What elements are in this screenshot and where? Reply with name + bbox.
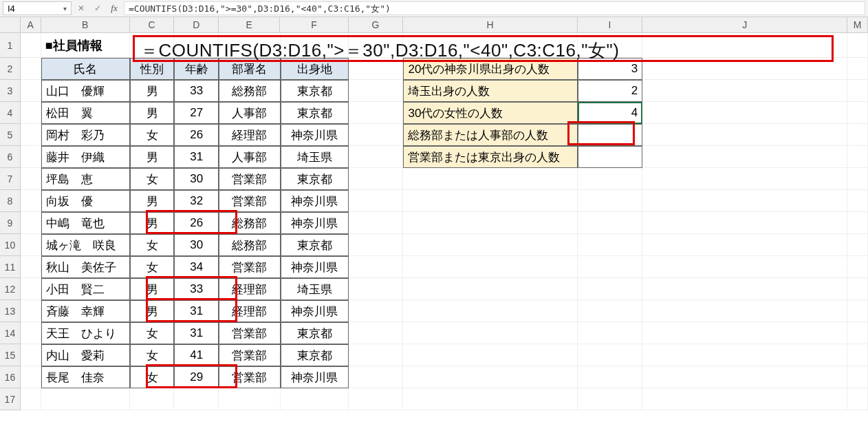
col-header-A[interactable]: A — [21, 17, 41, 32]
cell[interactable] — [642, 278, 847, 300]
employee-name[interactable]: 向坂 優 — [41, 190, 130, 212]
employee-gender[interactable]: 男 — [130, 102, 175, 124]
row-header-6[interactable]: 6 — [0, 146, 21, 168]
cell[interactable] — [403, 190, 577, 212]
cell[interactable] — [21, 124, 41, 146]
cell[interactable] — [349, 322, 404, 344]
cell[interactable] — [578, 344, 642, 366]
employee-name[interactable]: 秋山 美佐子 — [41, 256, 130, 278]
row-header-4[interactable]: 4 — [0, 102, 21, 124]
cell[interactable] — [403, 256, 577, 278]
header-name[interactable]: 氏名 — [41, 58, 130, 80]
cell[interactable] — [349, 388, 404, 410]
cell[interactable] — [21, 366, 41, 388]
cell[interactable] — [847, 278, 868, 300]
cell[interactable] — [21, 278, 41, 300]
employee-origin[interactable]: 東京都 — [281, 168, 349, 190]
employee-age[interactable]: 32 — [174, 190, 219, 212]
table-title[interactable]: ■社員情報 — [41, 33, 130, 58]
employee-age[interactable]: 34 — [174, 256, 219, 278]
cell[interactable] — [578, 190, 642, 212]
row-header-9[interactable]: 9 — [0, 212, 21, 234]
employee-dept[interactable]: 営業部 — [219, 256, 280, 278]
employee-age[interactable]: 26 — [174, 124, 219, 146]
cell[interactable] — [21, 33, 41, 58]
employee-gender[interactable]: 女 — [130, 344, 175, 366]
cell[interactable] — [847, 190, 868, 212]
fx-icon[interactable]: fx — [107, 1, 121, 15]
col-header-F[interactable]: F — [280, 17, 348, 32]
employee-name[interactable]: 中嶋 竜也 — [41, 212, 130, 234]
cell[interactable] — [642, 322, 847, 344]
summary-label[interactable]: 営業部または東京出身の人数 — [403, 146, 577, 168]
row-header-14[interactable]: 14 — [0, 322, 21, 344]
confirm-icon[interactable]: ✓ — [91, 1, 105, 15]
cell[interactable] — [21, 344, 41, 366]
cell[interactable] — [642, 300, 847, 322]
cell[interactable] — [642, 366, 847, 388]
employee-name[interactable]: 岡村 彩乃 — [41, 124, 130, 146]
col-header-M[interactable]: M — [847, 17, 868, 32]
cell[interactable] — [21, 146, 41, 168]
cell[interactable] — [578, 388, 642, 410]
cell[interactable] — [578, 168, 642, 190]
cell[interactable] — [403, 212, 577, 234]
cell[interactable] — [578, 366, 642, 388]
cell[interactable] — [847, 124, 868, 146]
summary-label[interactable]: 総務部または人事部の人数 — [403, 124, 577, 146]
cell[interactable] — [642, 190, 847, 212]
cell[interactable] — [642, 124, 847, 146]
employee-name[interactable]: 松田 翼 — [41, 102, 130, 124]
summary-value[interactable]: 2 — [578, 80, 642, 102]
cell[interactable] — [403, 300, 577, 322]
cell[interactable] — [847, 80, 868, 102]
cell[interactable] — [403, 322, 577, 344]
employee-gender[interactable]: 女 — [130, 234, 175, 256]
summary-value[interactable] — [578, 146, 642, 168]
cell[interactable] — [349, 278, 404, 300]
cell[interactable] — [349, 80, 404, 102]
cell[interactable] — [174, 388, 219, 410]
row-header-16[interactable]: 16 — [0, 366, 21, 388]
cell[interactable] — [21, 190, 41, 212]
row-header-17[interactable]: 17 — [0, 388, 21, 410]
cell[interactable] — [403, 366, 577, 388]
summary-label[interactable]: 埼玉出身の人数 — [403, 80, 577, 102]
cell[interactable] — [403, 168, 577, 190]
col-header-G[interactable]: G — [349, 17, 404, 32]
cell[interactable] — [847, 234, 868, 256]
employee-name[interactable]: 長尾 佳奈 — [41, 366, 130, 388]
cell[interactable] — [41, 388, 130, 410]
row-header-10[interactable]: 10 — [0, 234, 21, 256]
employee-age[interactable]: 26 — [174, 212, 219, 234]
employee-name[interactable]: 内山 愛莉 — [41, 344, 130, 366]
cell[interactable] — [847, 33, 868, 58]
cell[interactable] — [642, 80, 847, 102]
cell[interactable] — [642, 102, 847, 124]
cell[interactable] — [847, 322, 868, 344]
col-header-J[interactable]: J — [642, 17, 847, 32]
employee-origin[interactable]: 神奈川県 — [281, 212, 349, 234]
cell[interactable] — [21, 168, 41, 190]
row-header-11[interactable]: 11 — [0, 256, 21, 278]
employee-origin[interactable]: 東京都 — [281, 322, 349, 344]
cell[interactable] — [281, 388, 349, 410]
cell[interactable] — [349, 190, 404, 212]
cell[interactable] — [578, 322, 642, 344]
employee-origin[interactable]: 埼玉県 — [281, 278, 349, 300]
employee-dept[interactable]: 営業部 — [219, 168, 280, 190]
col-header-H[interactable]: H — [403, 17, 577, 32]
cell[interactable] — [578, 278, 642, 300]
cell[interactable] — [349, 344, 404, 366]
cell[interactable] — [349, 234, 404, 256]
summary-value[interactable] — [578, 124, 642, 146]
cell[interactable] — [847, 212, 868, 234]
employee-origin[interactable]: 東京都 — [281, 344, 349, 366]
cell[interactable] — [847, 58, 868, 80]
employee-name[interactable]: 城ヶ滝 咲良 — [41, 234, 130, 256]
row-header-8[interactable]: 8 — [0, 190, 21, 212]
employee-gender[interactable]: 女 — [130, 366, 175, 388]
employee-origin[interactable]: 東京都 — [281, 102, 349, 124]
cell[interactable] — [349, 146, 404, 168]
employee-gender[interactable]: 男 — [130, 278, 175, 300]
